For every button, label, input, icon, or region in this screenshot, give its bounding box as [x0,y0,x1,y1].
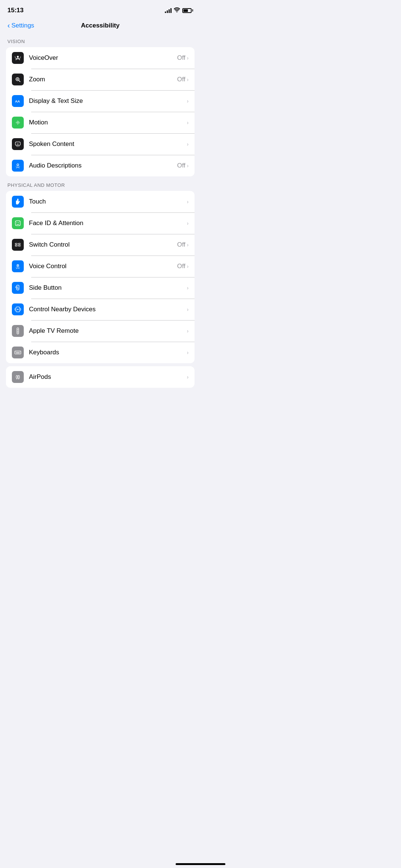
svg-point-30 [17,309,18,310]
keyboards-chevron-icon: › [187,350,189,355]
status-time: 15:13 [7,7,23,14]
voice-control-chevron-icon: › [187,263,189,269]
side-button-chevron-icon: › [187,285,189,291]
audio-descriptions-chevron-icon: › [187,163,189,169]
svg-point-14 [17,164,19,166]
audio-descriptions-icon [12,160,24,172]
nav-bar: ‹ Settings Accessibility [0,19,200,36]
svg-point-41 [16,376,17,378]
svg-rect-40 [16,352,20,353]
svg-point-23 [19,244,19,244]
audio-descriptions-status: Off [177,162,185,169]
svg-point-10 [17,120,18,121]
svg-point-25 [19,246,19,246]
switch-control-icon [12,239,24,251]
motion-label: Motion [29,119,48,126]
side-button-icon [12,282,24,294]
appletv-remote-row[interactable]: Apple TV Remote › [6,320,195,342]
physical-motor-section: PHYSICAL AND MOTOR Touch › [0,179,200,363]
svg-point-24 [16,246,16,246]
svg-rect-39 [20,352,20,352]
voiceover-icon [12,52,24,64]
motion-row[interactable]: Motion › [6,112,195,133]
display-text-size-chevron-icon: › [187,98,189,104]
airpods-section: AirPods › [0,366,200,388]
appletv-remote-label: Apple TV Remote [29,327,79,335]
svg-line-2 [19,81,20,82]
svg-rect-28 [17,285,19,290]
svg-text:AA: AA [15,100,20,103]
display-text-size-icon: AA [12,95,24,107]
motion-icon [12,117,24,129]
side-button-row[interactable]: Side Button › [6,277,195,299]
zoom-status: Off [177,76,185,83]
signal-icon [165,8,172,13]
keyboards-icon [12,347,24,358]
voice-control-row[interactable]: Voice Control Off › [6,256,195,277]
zoom-icon [12,74,24,85]
zoom-row[interactable]: Zoom Off › [6,69,195,90]
appletv-remote-icon [12,325,24,337]
airpods-label: AirPods [29,373,51,381]
svg-point-7 [17,122,19,123]
svg-point-11 [17,124,18,125]
audio-descriptions-row[interactable]: Audio Descriptions Off › [6,155,195,176]
display-text-size-label: Display & Text Size [29,97,83,105]
airpods-chevron-icon: › [187,374,189,380]
switch-control-chevron-icon: › [187,242,189,248]
battery-icon [182,8,193,13]
control-nearby-row[interactable]: Control Nearby Devices › [6,299,195,320]
voiceover-row[interactable]: VoiceOver Off › [6,47,195,69]
voice-control-label: Voice Control [29,263,66,270]
back-button[interactable]: ‹ Settings [7,22,34,30]
svg-rect-37 [17,352,18,352]
display-text-size-row[interactable]: AA Display & Text Size › [6,90,195,112]
zoom-chevron-icon: › [187,77,189,82]
svg-point-22 [16,244,16,244]
touch-icon [12,196,24,208]
switch-control-row[interactable]: Switch Control Off › [6,234,195,256]
status-icons [165,7,193,13]
svg-point-8 [16,122,16,123]
physical-motor-settings-group: Touch › Face I [6,191,195,363]
face-id-icon [12,217,24,229]
audio-descriptions-label: Audio Descriptions [29,162,82,169]
face-id-chevron-icon: › [187,220,189,226]
voiceover-chevron-icon: › [187,55,189,61]
appletv-remote-chevron-icon: › [187,328,189,334]
svg-point-17 [19,222,19,223]
svg-rect-15 [15,221,20,225]
voiceover-label: VoiceOver [29,54,58,62]
zoom-label: Zoom [29,76,45,83]
face-id-row[interactable]: Face ID & Attention › [6,212,195,234]
back-label: Settings [12,22,34,29]
touch-row[interactable]: Touch › [6,191,195,212]
svg-rect-35 [15,352,16,352]
spoken-content-row[interactable]: 30 Spoken Content › [6,133,195,155]
control-nearby-label: Control Nearby Devices [29,306,96,313]
svg-point-16 [17,222,17,223]
svg-point-9 [19,122,20,123]
voice-control-status: Off [177,263,185,270]
switch-control-status: Off [177,241,185,248]
switch-control-label: Switch Control [29,241,70,248]
vision-settings-group: VoiceOver Off › Zoom Off [6,47,195,176]
back-chevron-icon: ‹ [7,21,10,30]
svg-point-27 [17,265,18,266]
keyboards-row[interactable]: Keyboards › [6,342,195,363]
airpods-row[interactable]: AirPods › [6,366,195,388]
svg-point-0 [17,56,19,58]
vision-section: VISION VoiceOver Off › [0,36,200,176]
control-nearby-chevron-icon: › [187,306,189,312]
spoken-content-icon: 30 [12,138,24,150]
face-id-label: Face ID & Attention [29,220,83,227]
side-button-label: Side Button [29,284,62,292]
voiceover-status: Off [177,54,185,62]
svg-rect-38 [19,352,19,352]
touch-label: Touch [29,198,46,205]
voice-control-icon [12,260,24,272]
touch-chevron-icon: › [187,199,189,205]
svg-rect-36 [16,352,17,352]
motion-chevron-icon: › [187,120,189,126]
spoken-content-chevron-icon: › [187,141,189,147]
